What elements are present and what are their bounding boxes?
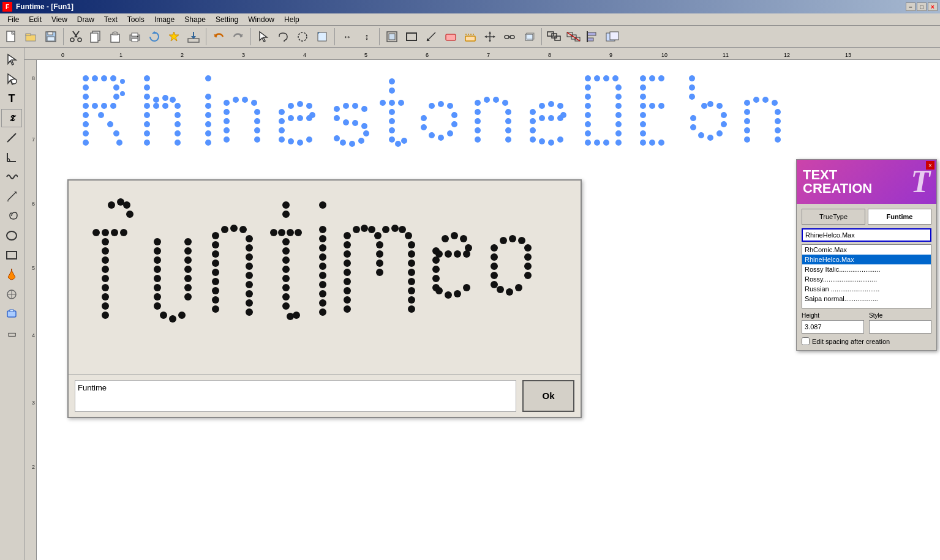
- select-button[interactable]: [254, 28, 273, 45]
- tool-arrow[interactable]: [1, 50, 22, 69]
- rect-tool-button[interactable]: [402, 28, 421, 45]
- tool-fill[interactable]: [1, 266, 22, 284]
- svg-point-395: [435, 250, 443, 258]
- svg-point-114: [175, 103, 181, 109]
- font-item-rhcomic[interactable]: RhComic.Max: [802, 245, 931, 255]
- align-button[interactable]: [584, 28, 603, 45]
- svg-point-211: [557, 115, 563, 121]
- maximize-button[interactable]: □: [917, 2, 927, 11]
- panel-close-button[interactable]: ×: [926, 161, 934, 170]
- svg-point-262: [744, 100, 750, 106]
- svg-point-202: [530, 118, 536, 124]
- arrow-v-button[interactable]: ↕: [358, 28, 376, 45]
- tab-truetype[interactable]: TrueType: [802, 209, 865, 225]
- menu-text[interactable]: Text: [99, 14, 122, 25]
- svg-point-340: [282, 275, 290, 282]
- svg-point-215: [585, 75, 591, 81]
- font-list[interactable]: RhComic.Max RhineHelco.Max Rossy Italic.…: [802, 244, 931, 308]
- svg-point-230: [615, 121, 622, 127]
- save-button[interactable]: [42, 28, 60, 45]
- close-button[interactable]: ×: [928, 2, 938, 11]
- font-item-rhinehelco[interactable]: RhineHelco.Max: [802, 255, 931, 264]
- height-field: Height: [802, 312, 864, 334]
- bitmap-select-button[interactable]: [313, 28, 331, 45]
- menu-setting[interactable]: Setting: [211, 14, 243, 25]
- tool-paint[interactable]: [1, 305, 22, 323]
- redo-button[interactable]: [229, 28, 247, 45]
- text-input[interactable]: Funtime: [75, 380, 516, 412]
- svg-point-381: [408, 269, 415, 276]
- tool-node[interactable]: [1, 70, 22, 88]
- font-item-russian[interactable]: Russian ..........................: [802, 284, 931, 294]
- black-dots-svg: [87, 187, 565, 358]
- link-button[interactable]: [500, 28, 519, 45]
- menu-window[interactable]: Window: [243, 14, 279, 25]
- font-item-rossy-italic[interactable]: Rossy Italic......................: [802, 264, 931, 274]
- circle-select-button[interactable]: [293, 28, 312, 45]
- font-item-rossy[interactable]: Rossy.............................: [802, 274, 931, 284]
- pen-tool-button[interactable]: [422, 28, 440, 45]
- paste-button[interactable]: [106, 28, 124, 45]
- open-button[interactable]: [22, 28, 40, 45]
- lasso-button[interactable]: [274, 28, 292, 45]
- tab-funtime[interactable]: Funtime: [868, 209, 931, 225]
- tool-text-styled[interactable]: 𝕿: [1, 109, 22, 127]
- minimize-button[interactable]: −: [906, 2, 916, 11]
- group-button[interactable]: [545, 28, 563, 45]
- ruler-top: 0 1 2 3 4 5 6 7 8 9 10 11 12 13: [24, 48, 940, 60]
- undo-button[interactable]: [209, 28, 228, 45]
- cut-button[interactable]: [67, 28, 85, 45]
- copy-button[interactable]: [86, 28, 105, 45]
- tool-rect[interactable]: [1, 246, 22, 264]
- tool-wave[interactable]: [1, 168, 22, 186]
- menu-edit[interactable]: Edit: [24, 14, 47, 25]
- order-button[interactable]: [604, 28, 622, 45]
- arrow-h-button[interactable]: ↔: [338, 28, 356, 45]
- svg-point-225: [615, 103, 622, 109]
- tool-transform[interactable]: [1, 285, 22, 304]
- tool-spiral[interactable]: [1, 207, 22, 225]
- tool-text[interactable]: T: [1, 89, 22, 108]
- menu-draw[interactable]: Draw: [72, 14, 99, 25]
- edit-spacing-checkbox[interactable]: [802, 337, 810, 345]
- svg-point-94: [113, 94, 119, 100]
- svg-point-115: [175, 112, 181, 118]
- export-button[interactable]: [184, 28, 203, 45]
- tool-line[interactable]: [1, 129, 22, 147]
- svg-point-154: [288, 138, 294, 144]
- tool-angle[interactable]: [1, 148, 22, 166]
- tool-ellipse[interactable]: [1, 226, 22, 245]
- move-button[interactable]: [481, 28, 499, 45]
- svg-point-82: [83, 75, 89, 81]
- refresh-button[interactable]: [145, 28, 164, 45]
- bookmark-button[interactable]: [165, 28, 183, 45]
- eraser-button[interactable]: [442, 28, 460, 45]
- object-props-button[interactable]: [383, 28, 401, 45]
- svg-point-213: [548, 140, 554, 146]
- svg-point-74: [7, 231, 17, 240]
- ok-button[interactable]: Ok: [522, 380, 574, 412]
- menu-shape[interactable]: Shape: [179, 14, 211, 25]
- style-input[interactable]: [869, 320, 931, 334]
- svg-point-298: [154, 302, 161, 310]
- menu-image[interactable]: Image: [149, 14, 179, 25]
- svg-point-282: [102, 238, 109, 245]
- menu-help[interactable]: Help: [279, 14, 304, 25]
- new-button[interactable]: [2, 28, 21, 45]
- menu-view[interactable]: View: [47, 14, 72, 25]
- svg-point-300: [184, 247, 192, 255]
- ungroup-button[interactable]: [565, 28, 583, 45]
- menu-file[interactable]: File: [2, 14, 24, 25]
- 3d-button[interactable]: [520, 28, 538, 45]
- print-button[interactable]: [126, 28, 144, 45]
- menu-tools[interactable]: Tools: [122, 14, 149, 25]
- svg-point-402: [435, 287, 443, 294]
- height-input[interactable]: [802, 320, 864, 334]
- node-eraser-button[interactable]: [461, 28, 479, 45]
- svg-point-129: [224, 100, 230, 106]
- font-name-input[interactable]: [802, 228, 931, 242]
- svg-point-136: [251, 100, 257, 106]
- font-item-saipa[interactable]: Saipa normal..................: [802, 294, 931, 304]
- tool-pencil[interactable]: [1, 187, 22, 206]
- tool-rect2[interactable]: ▭: [1, 324, 22, 343]
